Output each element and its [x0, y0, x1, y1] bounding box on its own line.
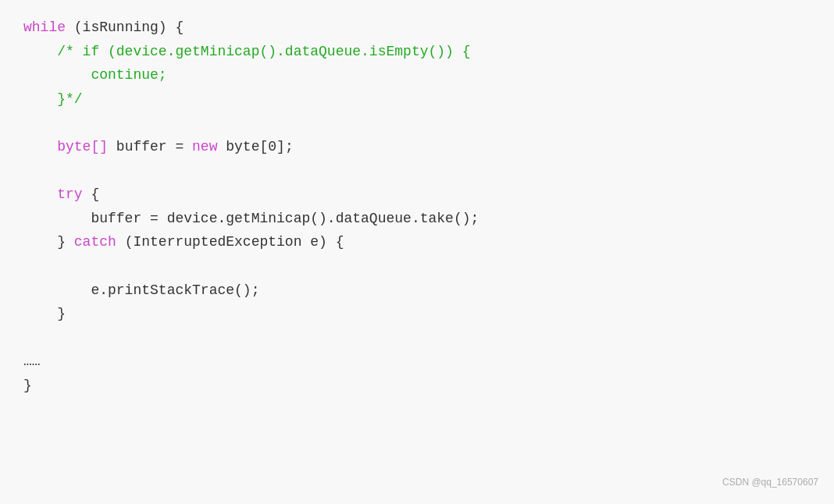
- code-normal-6: {: [83, 186, 100, 202]
- keyword-catch: catch: [74, 234, 116, 250]
- code-line-7: [23, 159, 811, 183]
- code-line-5: [23, 111, 811, 135]
- code-normal-4: byte[0];: [217, 139, 293, 154]
- code-normal-2: [23, 139, 57, 154]
- code-comment-3: }*/: [23, 91, 83, 107]
- code-line-16: }: [23, 374, 811, 398]
- code-type-1: byte[]: [57, 139, 108, 154]
- code-ellipsis: ……: [23, 353, 41, 369]
- code-line-6: byte[] buffer = new byte[0];: [23, 135, 811, 159]
- code-line-14: [23, 326, 811, 350]
- code-normal-11: }: [23, 306, 66, 321]
- keyword-try: try: [57, 186, 82, 202]
- code-normal-8: }: [23, 234, 74, 250]
- code-normal-3: buffer =: [108, 139, 192, 154]
- code-normal-10: e.printStackTrace();: [23, 282, 259, 298]
- code-comment-1: /* if (device.getMinicap().dataQueue.isE…: [23, 44, 471, 59]
- keyword-new: new: [192, 139, 217, 154]
- keyword-while: while: [23, 20, 66, 35]
- code-line-4: }*/: [23, 87, 811, 112]
- code-normal-7: buffer = device.getMinicap().dataQueue.t…: [23, 211, 479, 226]
- code-block: while (isRunning) { /* if (device.getMin…: [23, 16, 811, 398]
- code-line-2: /* if (device.getMinicap().dataQueue.isE…: [23, 40, 811, 64]
- watermark: CSDN @qq_16570607: [722, 474, 818, 490]
- code-line-8: try {: [23, 183, 811, 207]
- code-closing-brace: }: [23, 378, 32, 393]
- code-normal-5: [23, 186, 57, 202]
- code-container: while (isRunning) { /* if (device.getMin…: [0, 0, 834, 504]
- code-line-9: buffer = device.getMinicap().dataQueue.t…: [23, 207, 811, 231]
- code-line-11: [23, 254, 811, 279]
- code-line-13: }: [23, 302, 811, 326]
- code-line-15: ……: [23, 350, 811, 374]
- code-normal: (isRunning) {: [66, 20, 184, 35]
- code-comment-2: continue;: [23, 67, 167, 83]
- code-line-10: } catch (InterruptedException e) {: [23, 230, 811, 254]
- code-normal-9: (InterruptedException e) {: [116, 234, 344, 250]
- code-line-1: while (isRunning) {: [23, 16, 811, 40]
- code-line-3: continue;: [23, 63, 811, 87]
- code-line-12: e.printStackTrace();: [23, 279, 811, 303]
